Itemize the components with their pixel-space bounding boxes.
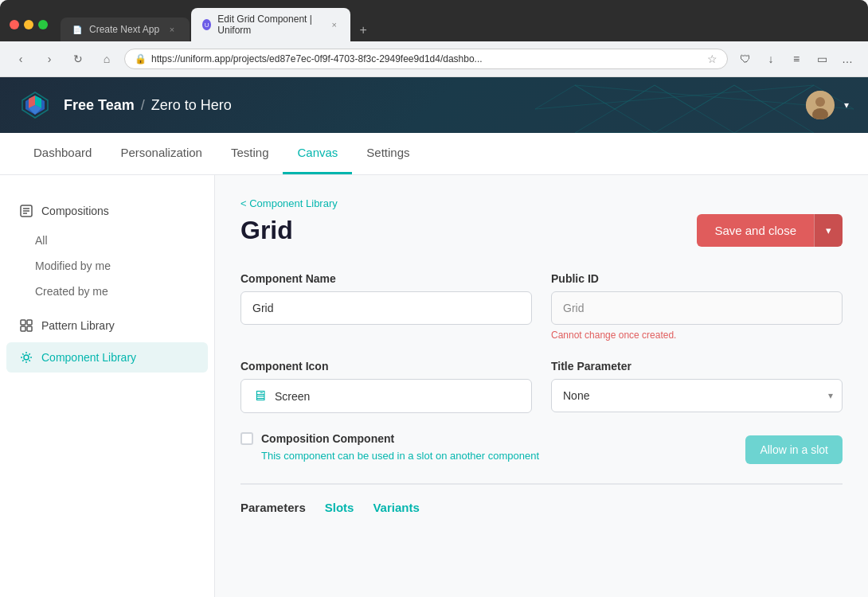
app-header: Free Team / Zero to Hero ▾ bbox=[0, 77, 868, 133]
svg-rect-14 bbox=[21, 326, 25, 331]
header-title: Free Team / Zero to Hero bbox=[64, 97, 232, 114]
svg-point-6 bbox=[815, 97, 825, 107]
toolbar-icons: 🛡 ↓ ≡ ▭ … bbox=[734, 48, 858, 70]
browser-tab-1[interactable]: 📄 Create Next App × bbox=[61, 18, 190, 41]
traffic-lights bbox=[10, 20, 48, 29]
form-row-1: Component Name Public ID Cannot change o… bbox=[240, 272, 843, 341]
composition-component-section: Composition Component This component can… bbox=[240, 432, 726, 462]
compositions-label: Compositions bbox=[41, 205, 109, 217]
component-icon-input[interactable]: 🖥 Screen bbox=[240, 379, 532, 413]
more-button[interactable]: … bbox=[836, 48, 858, 70]
svg-rect-12 bbox=[21, 320, 25, 325]
sidebar-sub-created[interactable]: Created by me bbox=[0, 279, 214, 304]
save-close-main-button[interactable]: Save and close bbox=[697, 214, 814, 247]
main-content: < Component Library Grid Save and close … bbox=[215, 175, 868, 597]
download-button[interactable]: ↓ bbox=[760, 48, 782, 70]
reading-list-button[interactable]: ≡ bbox=[785, 48, 807, 70]
bookmark-icon[interactable]: ☆ bbox=[707, 53, 717, 65]
title-parameter-label: Title Parameter bbox=[551, 360, 843, 373]
icon-name-text: Screen bbox=[275, 390, 310, 403]
component-name-label: Component Name bbox=[240, 272, 532, 285]
save-close-button-group: Save and close ▾ bbox=[697, 214, 843, 247]
app-container: Free Team / Zero to Hero ▾ Dashboard Per… bbox=[0, 77, 868, 597]
tab2-favicon: U bbox=[202, 19, 211, 30]
project-name[interactable]: Zero to Hero bbox=[151, 97, 232, 114]
tab2-title: Edit Grid Component | Uniform bbox=[217, 14, 323, 36]
public-id-input bbox=[551, 291, 843, 325]
avatar-chevron-icon[interactable]: ▾ bbox=[844, 100, 849, 111]
browser-window: 📄 Create Next App × U Edit Grid Componen… bbox=[0, 0, 868, 77]
header-left: Free Team / Zero to Hero bbox=[19, 89, 232, 121]
title-parameter-group: Title Parameter None ▾ bbox=[551, 360, 843, 413]
sidebar: Compositions All Modified by me Created … bbox=[0, 175, 215, 597]
compositions-icon bbox=[19, 204, 33, 218]
composition-component-group: Composition Component bbox=[240, 432, 726, 445]
svg-point-16 bbox=[24, 355, 29, 360]
main-layout: Compositions All Modified by me Created … bbox=[0, 175, 868, 597]
sidebar-item-pattern-library[interactable]: Pattern Library bbox=[6, 310, 208, 341]
composition-component-hint: This component can be used in a slot on … bbox=[240, 450, 726, 462]
allow-in-slot-button[interactable]: Allow in a slot bbox=[745, 435, 843, 464]
maximize-window-button[interactable] bbox=[38, 20, 48, 29]
header-right: ▾ bbox=[806, 91, 849, 119]
public-id-label: Public ID bbox=[551, 272, 843, 285]
tab-parameters[interactable]: Parameters bbox=[240, 501, 306, 514]
reload-button[interactable]: ↻ bbox=[67, 48, 89, 70]
app-logo[interactable] bbox=[19, 89, 51, 121]
component-icon-label: Component Icon bbox=[240, 360, 532, 373]
home-button[interactable]: ⌂ bbox=[96, 48, 118, 70]
nav-item-personalization[interactable]: Personalization bbox=[106, 133, 217, 174]
dropdown-chevron-icon: ▾ bbox=[826, 224, 831, 236]
form-row-2: Component Icon 🖥 Screen Title Parameter … bbox=[240, 360, 843, 413]
tab1-close-button[interactable]: × bbox=[166, 23, 178, 36]
browser-titlebar: 📄 Create Next App × U Edit Grid Componen… bbox=[0, 0, 868, 41]
browser-tab-2[interactable]: U Edit Grid Component | Uniform × bbox=[191, 8, 350, 41]
page-title-row: Grid Save and close ▾ bbox=[240, 214, 843, 247]
browser-tabs-bar: 📄 Create Next App × U Edit Grid Componen… bbox=[61, 8, 858, 41]
sidebar-item-compositions[interactable]: Compositions bbox=[6, 196, 208, 226]
component-library-icon bbox=[19, 350, 33, 365]
tab-slots[interactable]: Slots bbox=[325, 501, 354, 514]
tab1-title: Create Next App bbox=[89, 24, 159, 35]
nav-item-testing[interactable]: Testing bbox=[217, 133, 283, 174]
breadcrumb[interactable]: < Component Library bbox=[240, 197, 843, 209]
back-button[interactable]: ‹ bbox=[10, 48, 32, 70]
new-tab-button[interactable]: + bbox=[352, 19, 374, 41]
title-parameter-select[interactable]: None bbox=[551, 379, 843, 412]
nav-item-dashboard[interactable]: Dashboard bbox=[19, 133, 106, 174]
tab2-close-button[interactable]: × bbox=[329, 18, 339, 31]
svg-rect-15 bbox=[27, 326, 32, 331]
browser-toolbar: ‹ › ↻ ⌂ 🔒 https://uniform.app/projects/e… bbox=[0, 41, 868, 77]
title-parameter-select-wrapper: None ▾ bbox=[551, 379, 843, 412]
title-separator: / bbox=[141, 97, 145, 114]
composition-component-checkbox[interactable] bbox=[240, 432, 253, 445]
url-text: https://uniform.app/projects/ed87e7ec-0f… bbox=[151, 53, 702, 64]
avatar[interactable] bbox=[806, 91, 835, 119]
component-icon-group: Component Icon 🖥 Screen bbox=[240, 360, 532, 413]
forward-button[interactable]: › bbox=[38, 48, 61, 70]
parameters-tabs: Parameters Slots Variants bbox=[240, 483, 843, 514]
sidebar-sub-modified[interactable]: Modified by me bbox=[0, 253, 214, 279]
nav-item-settings[interactable]: Settings bbox=[352, 133, 424, 174]
tab-variants[interactable]: Variants bbox=[373, 501, 419, 514]
save-close-dropdown-button[interactable]: ▾ bbox=[814, 214, 843, 247]
team-name[interactable]: Free Team bbox=[64, 97, 135, 114]
component-name-group: Component Name bbox=[240, 272, 532, 341]
address-bar[interactable]: 🔒 https://uniform.app/projects/ed87e7ec-… bbox=[124, 49, 728, 69]
composition-component-label: Composition Component bbox=[261, 432, 394, 445]
lock-icon: 🔒 bbox=[135, 53, 147, 64]
component-name-input[interactable] bbox=[240, 291, 532, 325]
close-window-button[interactable] bbox=[10, 20, 19, 29]
minimize-window-button[interactable] bbox=[24, 20, 33, 29]
sidebar-item-component-library[interactable]: Component Library bbox=[6, 342, 208, 373]
svg-rect-13 bbox=[27, 320, 32, 325]
app-nav: Dashboard Personalization Testing Canvas… bbox=[0, 133, 868, 175]
tab1-favicon: 📄 bbox=[72, 24, 83, 35]
sidebar-sub-all[interactable]: All bbox=[0, 228, 214, 253]
public-id-hint: Cannot change once created. bbox=[551, 330, 843, 341]
page-title: Grid bbox=[240, 216, 293, 245]
extensions-button[interactable]: 🛡 bbox=[734, 48, 757, 70]
nav-item-canvas[interactable]: Canvas bbox=[283, 133, 352, 174]
public-id-group: Public ID Cannot change once created. bbox=[551, 272, 843, 341]
sidebar-button[interactable]: ▭ bbox=[811, 48, 833, 70]
